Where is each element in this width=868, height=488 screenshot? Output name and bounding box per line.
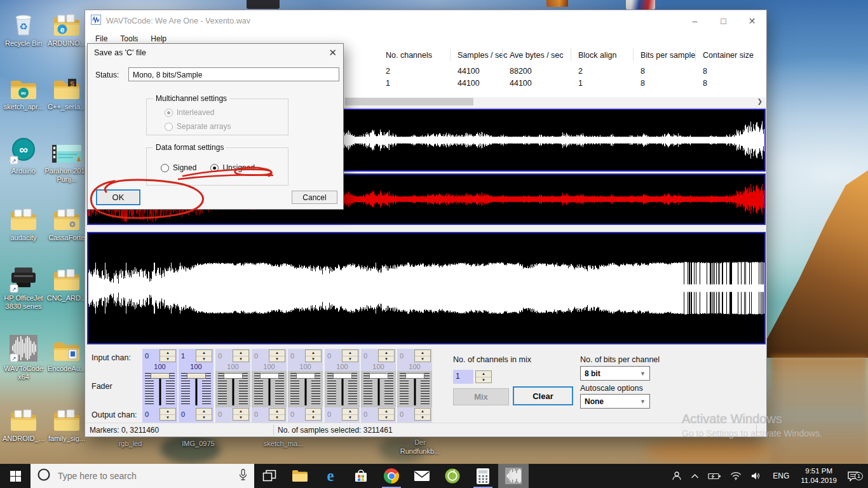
fader-handle[interactable]	[260, 373, 279, 379]
fader-slider[interactable]	[361, 371, 396, 407]
scrollbar-right-arrow-icon[interactable]: ❯	[757, 98, 763, 105]
clear-button[interactable]: Clear	[513, 386, 573, 405]
taskbar-app-mail[interactable]	[407, 464, 437, 488]
radio-button-icon[interactable]	[210, 164, 219, 172]
search-input[interactable]	[57, 470, 233, 482]
desktop-icon-arduino[interactable]: ∞↗Arduino	[0, 135, 47, 175]
input-chan-spinner[interactable]: 0 ▲▼	[215, 349, 250, 363]
bits-per-channel-select[interactable]: 8 bit ▼	[580, 366, 650, 381]
microphone-icon[interactable]	[238, 468, 248, 484]
desktop-icon-cnc-ard[interactable]: CNC_ARD...	[43, 262, 90, 302]
mix-button[interactable]: Mix	[453, 388, 509, 405]
desktop-icon-wavtocode-x64[interactable]: ↗WAVToCode x64	[0, 333, 47, 381]
output-chan-spinner[interactable]: 0 ▲▼	[215, 407, 250, 421]
start-button[interactable]	[0, 464, 31, 488]
desktop-icon-hp-officejet-3830-series[interactable]: ↗HP OfficeJet 3830 series	[0, 262, 47, 311]
ok-button[interactable]: OK	[96, 189, 140, 205]
spinner-arrows-icon[interactable]: ▲▼	[196, 349, 212, 362]
table-cell[interactable]: 44100	[510, 79, 532, 88]
mixer-channel-2[interactable]: 1 ▲▼ 100 0 ▲▼	[179, 349, 214, 423]
spinner-arrows-icon[interactable]: ▲▼	[305, 349, 322, 362]
chevron-up-icon[interactable]	[686, 473, 703, 479]
spinner-arrows-icon[interactable]: ▲▼	[305, 408, 322, 421]
action-center-button[interactable]: 1	[843, 471, 865, 482]
desktop-icon-label-partial[interactable]: IMG_0975	[182, 440, 214, 447]
mixer-channel-1[interactable]: 0 ▲▼ 100 0 ▲▼	[142, 349, 177, 423]
wifi-icon[interactable]	[726, 471, 746, 480]
spinner-arrows-icon[interactable]: ▲▼	[196, 408, 212, 421]
language-indicator[interactable]: ENG	[768, 471, 794, 480]
autoscale-select[interactable]: None ▼	[580, 394, 650, 409]
desktop-icon-recycle-bin[interactable]: ♻Recycle Bin	[0, 8, 47, 48]
table-cell[interactable]: 8	[641, 67, 645, 76]
desktop-icon-parahun-2018-punj[interactable]: Parahun 2018 Punj...	[43, 135, 90, 184]
desktop-icon-family-sig[interactable]: family_sig...	[43, 403, 90, 443]
input-chan-spinner[interactable]: 0 ▲▼	[361, 349, 396, 363]
fader-slider[interactable]	[179, 371, 214, 407]
taskbar-app-chrome[interactable]	[376, 464, 407, 488]
partial-desktop-thumbnail[interactable]	[546, 0, 568, 7]
table-cell[interactable]: 2	[578, 67, 583, 76]
fader-handle[interactable]	[333, 373, 352, 379]
output-chan-spinner[interactable]: 0 ▲▼	[288, 407, 323, 421]
spinner-arrows-icon[interactable]: ▲▼	[269, 349, 285, 362]
fader-slider[interactable]	[397, 371, 432, 407]
taskbar-app-calculator[interactable]	[468, 464, 498, 488]
table-header-no-channels[interactable]: No. channels	[386, 51, 432, 60]
fader-handle[interactable]	[296, 373, 315, 379]
spinner-arrows-icon[interactable]: ▲▼	[159, 408, 176, 421]
fader-slider[interactable]	[325, 371, 360, 407]
desktop-icon-arduino[interactable]: eARDUINO...	[43, 8, 90, 48]
radio-button-icon[interactable]	[161, 164, 169, 172]
desktop-icon-encodeau[interactable]: EncodeAu...	[43, 333, 90, 373]
spinner-arrows-icon[interactable]: ▲▼	[378, 408, 395, 421]
fader-handle[interactable]	[151, 373, 170, 379]
table-header-block-align[interactable]: Block align	[578, 51, 616, 60]
minimize-button[interactable]: –	[681, 10, 709, 32]
fader-handle[interactable]	[369, 373, 388, 379]
output-chan-spinner[interactable]: 0 ▲▼	[142, 407, 177, 421]
people-icon[interactable]	[667, 471, 686, 481]
partial-desktop-thumbnail[interactable]	[247, 0, 280, 9]
spinner-arrows-icon[interactable]: ▲▼	[269, 408, 285, 421]
desktop-icon-cassaforte[interactable]: CassaForte	[43, 202, 90, 242]
spinner-arrows-icon[interactable]: ▲▼	[342, 408, 358, 421]
table-header-container-size[interactable]: Container size	[703, 51, 754, 60]
desktop-icon-label-partial[interactable]: Rundfunkb...	[400, 447, 440, 455]
table-cell[interactable]: 1	[386, 79, 390, 88]
taskbar-app-wavtocode[interactable]	[498, 464, 529, 488]
taskbar-app-android-studio[interactable]	[437, 464, 468, 488]
fader-slider[interactable]	[142, 371, 177, 407]
table-header-bits-per-sample[interactable]: Bits per sample	[641, 51, 695, 60]
scrollbar-thumb[interactable]	[345, 98, 473, 105]
desktop-icon-c-seria[interactable]: S C++_seria...	[43, 71, 90, 111]
fader-slider[interactable]	[288, 371, 323, 407]
desktop-icon-label-partial[interactable]: Der	[414, 438, 426, 446]
taskbar-app-store[interactable]	[346, 464, 376, 488]
close-button[interactable]: ✕	[738, 10, 766, 32]
input-chan-spinner[interactable]: 0 ▲▼	[397, 349, 432, 363]
spinner-arrows-icon[interactable]: ▲▼	[233, 408, 249, 421]
taskbar-app-edge[interactable]: e	[315, 464, 346, 488]
desktop-icon-android[interactable]: ANDROID_...	[0, 403, 47, 443]
table-cell[interactable]: 44100	[458, 79, 480, 88]
input-chan-spinner[interactable]: 0 ▲▼	[325, 349, 360, 363]
spinner-arrows-icon[interactable]: ▲▼	[414, 408, 431, 421]
input-chan-spinner[interactable]: 0 ▲▼	[142, 349, 177, 363]
output-chan-spinner[interactable]: 0 ▲▼	[252, 407, 287, 421]
table-header-ave-bytes-sec[interactable]: Ave bytes / sec	[510, 51, 564, 60]
battery-icon[interactable]	[703, 472, 726, 480]
fader-slider[interactable]	[215, 371, 250, 407]
status-field[interactable]: Mono, 8 bits/Sample	[128, 67, 339, 81]
table-cell[interactable]: 2	[386, 67, 390, 76]
table-header-samples-sec[interactable]: Samples / sec	[458, 51, 508, 60]
table-cell[interactable]: 8	[703, 79, 707, 88]
taskbar-search[interactable]	[31, 464, 254, 488]
spinner-arrows-icon[interactable]: ▲▼	[233, 349, 249, 362]
dialog-titlebar[interactable]: Save as 'C' file ✕	[88, 44, 343, 61]
input-chan-spinner[interactable]: 0 ▲▼	[252, 349, 287, 363]
volume-icon[interactable]	[746, 471, 766, 480]
desktop-icon-sketch-apr[interactable]: ∞sketch_apr...	[0, 71, 47, 111]
fader-slider[interactable]	[252, 371, 287, 407]
spinner-arrows-icon[interactable]: ▲▼	[378, 349, 395, 362]
